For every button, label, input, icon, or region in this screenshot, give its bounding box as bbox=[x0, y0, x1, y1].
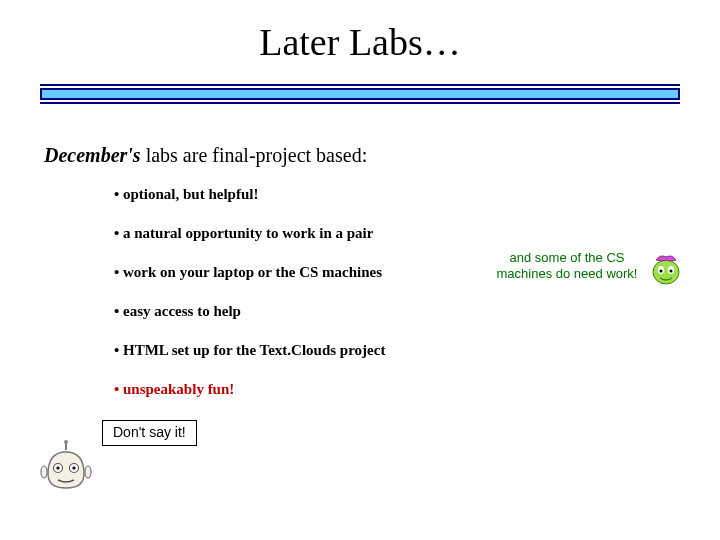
rule-line-top bbox=[40, 84, 680, 86]
bullet-list: • optional, but helpful! • a natural opp… bbox=[114, 186, 474, 420]
svg-point-3 bbox=[660, 270, 663, 273]
svg-point-6 bbox=[64, 440, 68, 444]
rule-line-bottom bbox=[40, 102, 680, 104]
svg-point-12 bbox=[85, 466, 91, 478]
side-note: and some of the CS machines do need work… bbox=[492, 250, 642, 283]
bullet-html-textclouds: • HTML set up for the Text.Clouds projec… bbox=[114, 342, 474, 359]
svg-point-4 bbox=[670, 270, 673, 273]
intro-rest: labs are final-project based: bbox=[141, 144, 368, 166]
bullet-cs-machines: • work on your laptop or the CS machines bbox=[114, 264, 474, 281]
rule-band bbox=[40, 88, 680, 100]
intro-line: December's labs are final-project based: bbox=[44, 144, 367, 167]
svg-point-9 bbox=[56, 466, 59, 469]
title-underline bbox=[40, 84, 680, 104]
bullet-easy-help: • easy access to help bbox=[114, 303, 474, 320]
page-title: Later Labs… bbox=[0, 20, 720, 64]
intro-emphasis: December's bbox=[44, 144, 141, 166]
robot-head-icon bbox=[38, 440, 94, 496]
callout-dont-say-it: Don't say it! bbox=[102, 420, 197, 446]
bullet-pair-work: • a natural opportunity to work in a pai… bbox=[114, 225, 474, 242]
bullet-optional: • optional, but helpful! bbox=[114, 186, 474, 203]
svg-point-10 bbox=[72, 466, 75, 469]
svg-point-11 bbox=[41, 466, 47, 478]
alien-face-icon bbox=[648, 252, 684, 290]
slide: Later Labs… December's labs are final-pr… bbox=[0, 0, 720, 540]
bullet-unspeakably-fun: • unspeakably fun! bbox=[114, 381, 474, 398]
